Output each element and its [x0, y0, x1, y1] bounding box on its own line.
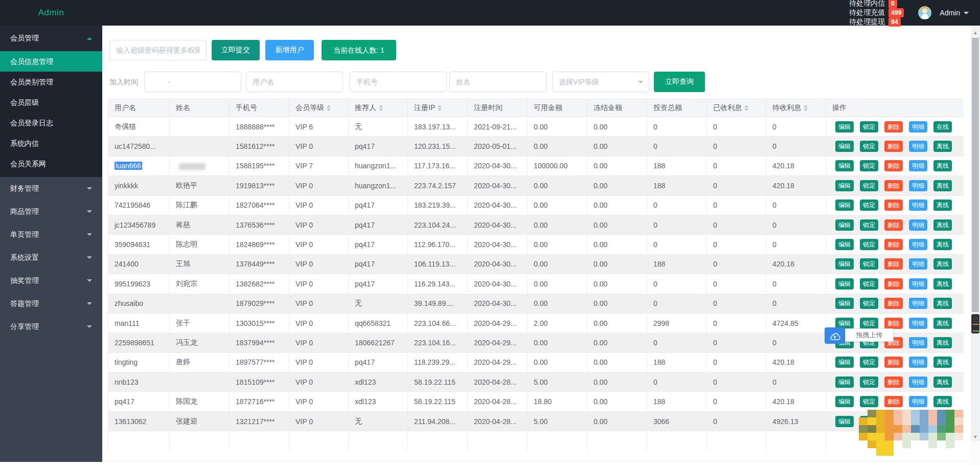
edit-button[interactable]: 编辑 — [835, 180, 854, 191]
status-button[interactable]: 离线 — [933, 318, 952, 329]
detail-button[interactable]: 明细 — [909, 219, 927, 231]
delete-button[interactable]: 删除 — [884, 160, 903, 171]
sidebar-item-0[interactable]: 财务管理 — [0, 177, 102, 200]
status-button[interactable]: 离线 — [933, 357, 952, 368]
sidebar-item-4[interactable]: 抽奖管理 — [0, 269, 102, 292]
lock-button[interactable]: 锁定 — [860, 377, 878, 388]
status-button[interactable]: 离线 — [933, 396, 952, 407]
lock-button[interactable]: 锁定 — [860, 141, 878, 152]
sidebar-group-header[interactable]: 会员管理 — [0, 26, 102, 51]
col-header-3[interactable]: 会员等级 — [289, 99, 349, 117]
delete-button[interactable]: 删除 — [884, 121, 903, 132]
sort-icon[interactable] — [804, 105, 808, 111]
sort-icon[interactable] — [438, 105, 442, 111]
col-header-11[interactable]: 待收利息 — [766, 99, 826, 117]
status-button[interactable]: 离线 — [933, 416, 952, 427]
status-button[interactable]: 离线 — [933, 258, 952, 270]
status-button[interactable]: 离线 — [933, 141, 952, 152]
delete-button[interactable]: 删除 — [884, 239, 903, 250]
detail-button[interactable]: 明细 — [909, 377, 927, 388]
status-button[interactable]: 离线 — [933, 219, 952, 231]
detail-button[interactable]: 明细 — [909, 337, 927, 348]
phone-filter-input[interactable] — [350, 72, 447, 92]
lock-button[interactable]: 锁定 — [860, 258, 878, 270]
lock-button[interactable]: 锁定 — [860, 121, 878, 132]
detail-button[interactable]: 明细 — [909, 258, 927, 270]
detail-button[interactable]: 明细 — [909, 278, 927, 290]
delete-button[interactable]: 删除 — [884, 258, 903, 270]
delete-button[interactable]: 删除 — [884, 396, 903, 407]
detail-button[interactable]: 明细 — [909, 121, 927, 132]
edit-button[interactable]: 编辑 — [835, 416, 854, 427]
sort-icon[interactable] — [379, 105, 383, 111]
edit-button[interactable]: 编辑 — [835, 239, 854, 250]
lock-button[interactable]: 锁定 — [860, 416, 878, 427]
lock-button[interactable]: 锁定 — [860, 200, 878, 211]
pending-item[interactable]: 待处理内信0 — [849, 0, 904, 8]
detail-button[interactable]: 明细 — [909, 180, 927, 191]
lock-button[interactable]: 锁定 — [860, 396, 878, 407]
lock-button[interactable]: 锁定 — [860, 298, 878, 309]
col-header-10[interactable]: 已收利息 — [707, 99, 766, 117]
delete-button[interactable]: 删除 — [884, 200, 903, 211]
lock-button[interactable]: 锁定 — [860, 160, 878, 171]
status-button[interactable]: 离线 — [933, 200, 952, 211]
add-user-button[interactable]: 新增用户 — [265, 40, 314, 60]
lock-button[interactable]: 锁定 — [860, 219, 878, 231]
status-button[interactable]: 离线 — [933, 298, 952, 309]
sidebar-subitem-1[interactable]: 会员类别管理 — [0, 72, 102, 92]
name-filter-input[interactable] — [449, 72, 546, 92]
detail-button[interactable]: 明细 — [909, 318, 927, 329]
date-range-input[interactable] — [144, 72, 241, 92]
edit-button[interactable]: 编辑 — [835, 121, 854, 132]
sidebar-item-3[interactable]: 系统设置 — [0, 246, 102, 269]
status-button[interactable]: 离线 — [933, 160, 952, 171]
status-button[interactable]: 离线 — [933, 239, 952, 250]
edit-button[interactable]: 编辑 — [835, 298, 854, 309]
detail-button[interactable]: 明细 — [909, 396, 927, 407]
status-button[interactable]: 离线 — [933, 180, 952, 191]
sidebar-item-6[interactable]: 分享管理 — [0, 315, 102, 338]
delete-button[interactable]: 删除 — [884, 357, 903, 368]
user-menu[interactable]: Admin — [940, 9, 969, 17]
user-avatar[interactable] — [918, 6, 931, 19]
delete-button[interactable]: 删除 — [884, 416, 903, 427]
status-button[interactable]: 在线 — [933, 121, 952, 132]
sidebar-subitem-2[interactable]: 会员层级 — [0, 92, 102, 113]
edit-button[interactable]: 编辑 — [835, 200, 854, 211]
username-filter-input[interactable] — [246, 72, 343, 92]
lock-button[interactable]: 锁定 — [860, 180, 878, 191]
edit-button[interactable]: 编辑 — [835, 219, 854, 231]
edit-button[interactable]: 编辑 — [835, 377, 854, 388]
col-header-4[interactable]: 推荐人 — [349, 99, 408, 117]
pending-item[interactable]: 待处理提现94 — [849, 17, 904, 27]
sort-icon[interactable] — [744, 105, 748, 111]
submit-button[interactable]: 立即提交 — [212, 40, 260, 60]
edit-button[interactable]: 编辑 — [835, 396, 854, 407]
delete-button[interactable]: 删除 — [884, 180, 903, 191]
sort-icon[interactable] — [327, 105, 331, 111]
vip-level-select[interactable] — [552, 72, 649, 92]
delete-button[interactable]: 删除 — [884, 141, 903, 152]
scrollbar-thumb[interactable] — [972, 38, 979, 312]
delete-button[interactable]: 删除 — [884, 278, 903, 290]
edit-button[interactable]: 编辑 — [835, 258, 854, 270]
super-password-input[interactable] — [109, 40, 207, 60]
lock-button[interactable]: 锁定 — [860, 278, 878, 290]
delete-button[interactable]: 删除 — [884, 219, 903, 231]
drag-upload-label[interactable]: 拖拽上传 — [845, 328, 894, 342]
sidebar-item-2[interactable]: 单页管理 — [0, 223, 102, 246]
status-button[interactable]: 离线 — [933, 377, 952, 388]
page-scrollbar[interactable]: ▲ ▼ — [971, 26, 980, 465]
sidebar-subitem-0[interactable]: 会员信息管理 — [0, 51, 102, 72]
lock-button[interactable]: 锁定 — [860, 239, 878, 250]
col-header-5[interactable]: 注册IP — [408, 99, 468, 117]
edit-button[interactable]: 编辑 — [835, 357, 854, 368]
sidebar-subitem-5[interactable]: 会员关系网 — [0, 153, 102, 174]
detail-button[interactable]: 明细 — [909, 141, 927, 152]
delete-button[interactable]: 删除 — [884, 298, 903, 309]
delete-button[interactable]: 删除 — [884, 377, 903, 388]
detail-button[interactable]: 明细 — [909, 200, 927, 211]
edit-button[interactable]: 编辑 — [835, 278, 854, 290]
scrollbar-up-arrow[interactable]: ▲ — [971, 29, 980, 37]
